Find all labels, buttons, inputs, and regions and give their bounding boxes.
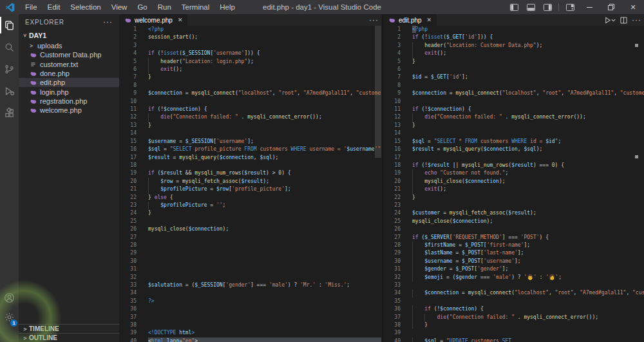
- code-line[interactable]: 40<html lang="en">: [119, 337, 381, 342]
- code-line[interactable]: 24}: [119, 209, 381, 217]
- code-line[interactable]: 12 die("Connection failed: " . mysqli_co…: [383, 113, 644, 121]
- code-line[interactable]: 26: [383, 225, 644, 233]
- code-line[interactable]: 27: [119, 234, 381, 242]
- code-line[interactable]: 17: [383, 154, 644, 162]
- code-line[interactable]: 4if (!isset($_SESSION['username'])) {: [119, 50, 381, 57]
- code-line[interactable]: 22}: [383, 194, 644, 202]
- code-line[interactable]: 35?>: [119, 298, 381, 305]
- code-line[interactable]: 4 exit();: [383, 50, 644, 57]
- code-line[interactable]: 8: [383, 82, 644, 90]
- code-line[interactable]: 19if ($result && mysqli_num_rows($result…: [119, 169, 381, 177]
- code-line[interactable]: 28 $firstName = $_POST['first-name'];: [383, 242, 644, 249]
- code-line[interactable]: 39<!DOCTYPE html>: [119, 329, 381, 337]
- toggle-primary-sidebar-icon[interactable]: [506, 0, 522, 14]
- file-item-uploads[interactable]: >uploads: [19, 41, 119, 50]
- code-line[interactable]: 18if (!$result || mysqli_num_rows($resul…: [383, 162, 644, 169]
- tab-edit-php[interactable]: edit.php ✕: [383, 14, 437, 26]
- code-line[interactable]: 16$sql = "SELECT profile_picture FROM cu…: [119, 146, 381, 153]
- code-line[interactable]: 32 $emoji = ($gender === 'male') ? '👨' :…: [383, 274, 644, 281]
- folder-section-day1[interactable]: > DAY1: [19, 30, 119, 41]
- code-line[interactable]: 5 header("Location: login.php");: [119, 58, 381, 66]
- code-line[interactable]: 8: [119, 82, 381, 90]
- file-item-login-php[interactable]: login.php: [19, 87, 119, 96]
- code-line[interactable]: 33: [383, 281, 644, 289]
- code-line[interactable]: 40 $sql = "UPDATE customers SET: [383, 337, 644, 342]
- code-line[interactable]: 31: [119, 265, 381, 273]
- code-line[interactable]: 37 die("Connection failed: " . mysqli_co…: [383, 314, 644, 321]
- editor-more-actions-icon[interactable]: ···: [369, 17, 379, 23]
- explorer-more-actions-icon[interactable]: ···: [103, 19, 113, 24]
- menu-selection[interactable]: Selection: [65, 0, 106, 14]
- menu-file[interactable]: File: [20, 0, 43, 14]
- menu-view[interactable]: View: [106, 0, 133, 14]
- code-line[interactable]: 15$sql = "SELECT * FROM customers WHERE …: [383, 138, 644, 146]
- code-line[interactable]: 18: [119, 162, 381, 169]
- code-line[interactable]: 9$connection = mysqli_connect("localhost…: [119, 90, 381, 97]
- code-line[interactable]: 11if (!$connection) {: [383, 106, 644, 113]
- code-line[interactable]: 21 $profilePicture = $row['profile_pictu…: [119, 185, 381, 193]
- code-line[interactable]: 25: [119, 218, 381, 225]
- code-line[interactable]: 17$result = mysqli_query($connection, $s…: [119, 154, 381, 162]
- code-line[interactable]: 3 header("Location: Customer Data.php");: [383, 42, 644, 50]
- menu-terminal[interactable]: Terminal: [176, 0, 214, 14]
- code-line[interactable]: 5}: [383, 58, 644, 66]
- code-line[interactable]: 31 $gender = $_POST['gender'];: [383, 265, 644, 273]
- code-line[interactable]: 23 $profilePicture = '';: [119, 202, 381, 209]
- code-line[interactable]: 38: [119, 321, 381, 329]
- file-item-done-php[interactable]: done.php: [19, 69, 119, 78]
- code-line[interactable]: 34: [119, 289, 381, 297]
- code-line[interactable]: 7}: [119, 73, 381, 81]
- code-line[interactable]: 10: [383, 98, 644, 106]
- code-line[interactable]: 30: [119, 258, 381, 265]
- code-line[interactable]: 33$salutation = ($_SESSION['gender'] ===…: [119, 281, 381, 289]
- run-debug-icon[interactable]: [0, 80, 19, 102]
- split-editor-icon[interactable]: [620, 17, 627, 24]
- tab-close-icon[interactable]: ✕: [427, 17, 432, 23]
- code-line[interactable]: 7$id = $_GET['id'];: [383, 73, 644, 81]
- code-line[interactable]: 2if (!isset($_GET['id'])) {: [383, 33, 644, 41]
- menu-help[interactable]: Help: [214, 0, 240, 14]
- code-line[interactable]: 29: [119, 249, 381, 257]
- close-button[interactable]: ✕: [622, 0, 644, 14]
- code-line[interactable]: 37: [119, 314, 381, 321]
- code-line[interactable]: 14: [383, 129, 644, 137]
- tab-close-icon[interactable]: ✕: [178, 17, 183, 23]
- file-item-customer-txt[interactable]: customer.txt: [19, 60, 119, 69]
- source-control-icon[interactable]: [0, 58, 19, 80]
- run-php-button[interactable]: [604, 17, 616, 24]
- toggle-panel-icon[interactable]: [522, 0, 539, 14]
- code-line[interactable]: 39: [383, 329, 644, 337]
- code-line[interactable]: 28: [119, 242, 381, 249]
- code-line[interactable]: 16$result = mysqli_query($connection, $s…: [383, 146, 644, 153]
- minimize-button[interactable]: [578, 0, 600, 14]
- tab-welcome-php[interactable]: welcome.php ✕: [119, 14, 187, 26]
- code-line[interactable]: 21 exit();: [383, 185, 644, 193]
- code-line[interactable]: 10: [119, 98, 381, 106]
- menu-edit[interactable]: Edit: [43, 0, 66, 14]
- file-item-customer-data-php[interactable]: Customer Data.php: [19, 50, 119, 59]
- code-line[interactable]: 29 $lastName = $_POST['last-name'];: [383, 249, 644, 257]
- code-line[interactable]: 2session_start();: [119, 33, 381, 41]
- code-line[interactable]: 20 $row = mysqli_fetch_assoc($result);: [119, 178, 381, 185]
- code-line[interactable]: 6 exit();: [119, 66, 381, 73]
- code-line[interactable]: 9$connection = mysqli_connect("localhost…: [383, 90, 644, 97]
- code-line[interactable]: 38 }: [383, 321, 644, 329]
- search-icon[interactable]: [0, 36, 19, 58]
- code-editor-welcome[interactable]: 1<?php2session_start();34if (!isset($_SE…: [119, 26, 381, 342]
- editor-more-actions-icon[interactable]: ···: [632, 17, 641, 23]
- code-line[interactable]: 20 mysqli_close($connection);: [383, 178, 644, 185]
- file-item-regstration-php[interactable]: regstration.php: [19, 97, 119, 106]
- code-line[interactable]: 6: [383, 66, 644, 73]
- code-line[interactable]: 22} else {: [119, 194, 381, 202]
- code-line[interactable]: 14: [119, 129, 381, 137]
- code-line[interactable]: 34 $connection = mysqli_connect("localho…: [383, 289, 644, 297]
- code-line[interactable]: 32: [119, 274, 381, 281]
- explorer-icon[interactable]: [0, 14, 19, 36]
- code-editor-edit[interactable]: 1<?php2if (!isset($_GET['id'])) {3 heade…: [383, 26, 644, 342]
- code-line[interactable]: 27if ($_SERVER['REQUEST_METHOD'] === 'PO…: [383, 234, 644, 242]
- menu-run[interactable]: Run: [153, 0, 176, 14]
- customize-layout-icon[interactable]: [562, 0, 578, 14]
- scrollbar[interactable]: [375, 26, 381, 158]
- code-line[interactable]: 12 die("Connection failed: " . mysqli_co…: [119, 113, 381, 121]
- code-line[interactable]: 25mysqli_close($connection);: [383, 218, 644, 225]
